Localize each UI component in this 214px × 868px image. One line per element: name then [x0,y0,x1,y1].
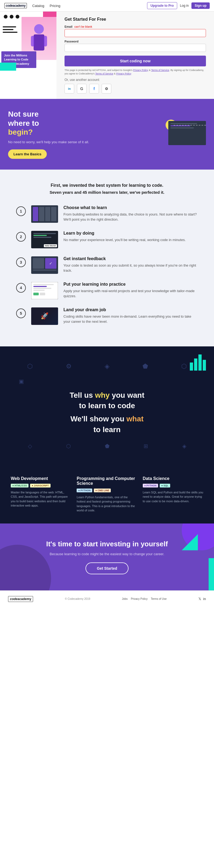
hero-pink-block [43,11,57,17]
footer-logo-suffix: academy [18,597,31,601]
step-4-desc: Apply your learning with real-world proj… [63,288,198,299]
hero-teal-block [0,63,16,71]
step-5-heading: Land your dream job [63,307,198,312]
dot-1 [4,15,7,19]
step-5: 5 🚀 Land your dream job Coding skills ha… [16,307,198,325]
rocket-icon: 🚀 [40,312,49,320]
path-cs-tags: ● PYTHON ● CMD LINE [77,489,137,492]
navbar-right: Upgrade to Pro Log in Sign up [147,2,210,9]
facebook-button[interactable]: f [89,84,99,94]
col-2 [39,207,44,221]
password-input[interactable] [64,44,206,52]
step-5-number: 5 [16,309,26,318]
line-3 [3,32,18,33]
step-3-desc: Your code is tested as soon as you submi… [63,263,198,273]
twitter-icon[interactable]: 𝕏 [198,597,201,601]
path-data-science: Data Science ● PYTHON ● SQL Learn SQL an… [143,476,203,513]
step-2: 2 Hello World! Learn by doing No matter … [16,231,198,248]
col-3 [45,207,51,221]
col-4 [51,207,57,221]
footer-logo-code: code [10,597,18,601]
nav-catalog[interactable]: Catalog [32,4,44,8]
step-4-number: 4 [16,283,26,293]
step-4-heading: Put your learning into practice [63,282,198,287]
step-4-content: Put your learning into practice Apply yo… [63,282,198,299]
svg-rect-3 [44,36,47,46]
why-icons-bottom: ◇ ⬡ ⬟ ⊞ ◈ [11,443,203,449]
linkedin-button[interactable]: in [64,84,74,94]
step-4: 4 Put your learning into practice Apply … [16,282,198,299]
email-field-group: Email can't be blank [64,25,206,40]
path-web-dev: Web Development ● HTML/CSS ● JAVASCRIPT … [11,476,71,513]
footer-link-privacy[interactable]: Privacy Policy [131,597,148,600]
password-label: Password [64,40,206,43]
bar-3 [198,354,202,371]
why-icons: ⬡ ⚙ ◈ ⬟ ⬡ [11,363,203,370]
hello-badge: Hello World! [44,244,57,247]
footer-link-jobs[interactable]: Jobs [122,597,128,600]
github-button[interactable]: ⚙ [102,84,111,94]
line-1 [3,26,16,27]
code-line-1 [33,233,56,234]
google-button[interactable]: G [77,84,87,94]
why-heading-1: Tell us why you want to learn to code [11,390,203,411]
nav-pricing[interactable]: Pricing [50,4,60,8]
step-5-image: 🚀 [31,307,58,325]
step-3-image: ✓ [31,256,58,274]
logo-code: code [6,4,12,7]
col-1 [33,207,38,221]
path-data-science-desc: Learn SQL and Python and build the skill… [143,490,203,504]
svg-rect-2 [31,36,34,46]
step-1-screen [31,205,58,223]
learn-basics-button[interactable]: Learn the Basics [8,149,47,159]
google-icon: G [81,87,83,91]
step-2-image: Hello World! [31,231,58,248]
path-cs-desc: Learn Python fundamentals, one of the ho… [77,495,137,513]
tag-javascript: ● JAVASCRIPT [30,484,51,488]
signup-title: Get Started For Free [64,17,206,22]
login-button[interactable]: Log in [180,4,189,7]
upgrade-button[interactable]: Upgrade to Pro [147,2,178,9]
get-started-button[interactable]: Get Started [86,562,128,574]
path-cs: Programming and Computer Science ● PYTHO… [77,476,137,513]
signup-button[interactable]: Sign up [191,2,210,9]
recaptcha-text: This page is protected by reCAPTCHA, and… [64,68,206,75]
step-1: 1 Choose what to learn From building web… [16,205,198,223]
invented-title: First, we invented the best system for l… [16,183,198,188]
invented-subtitle: Seven years and 45 million learners late… [16,190,198,194]
github-icon: ⚙ [105,87,108,91]
linkedin-icon: in [68,87,71,90]
social-buttons: in G f ⚙ [64,84,206,94]
line-2 [3,29,13,30]
tag-html-css: ● HTML/CSS [11,484,29,488]
hero-right: Get Started For Free Email can't be blan… [57,11,214,99]
hero-lines [3,26,18,33]
invest-subtext: Because learning to code might be the ea… [11,552,203,556]
linkedin-footer-icon[interactable]: in [203,597,206,601]
screen-icon: ▣ [19,378,24,384]
person-illustration [30,22,49,55]
step-2-content: Learn by doing No matter your experience… [63,231,186,243]
footer-link-terms[interactable]: Terms of Use [151,597,167,600]
bar-2 [194,359,197,371]
step-5-screen: 🚀 [31,307,58,325]
navbar-left: codeacademy Catalog Pricing [4,3,60,8]
invest-heading: It's time to start investing in yourself [11,539,203,549]
why-icon-3: ◈ [104,363,110,370]
footer-copyright: © Codecademy 2019 [65,597,90,600]
not-sure-heading: Not sure where to begin? [8,110,157,137]
step-5-desc: Coding skills have never been more in-de… [63,314,198,324]
invented-section: First, we invented the best system for l… [0,169,214,346]
why-icon-4: ⬟ [143,363,148,370]
not-sure-left: Not sure where to begin? No need to worr… [8,110,157,159]
step-3-content: Get instant feedback Your code is tested… [63,256,198,273]
or-text: Or, use another account: [64,78,206,82]
bar-1 [190,363,193,371]
step-2-desc: No matter your experience level, you'll … [63,237,186,243]
why-icon-2: ⚙ [66,363,72,370]
step-2-heading: Learn by doing [63,231,186,236]
path-cs-title: Programming and Computer Science [77,476,137,486]
email-input[interactable] [64,29,206,37]
start-coding-button[interactable]: Start coding now [64,56,206,66]
why-icon-bottom-3: ⬟ [105,443,110,449]
